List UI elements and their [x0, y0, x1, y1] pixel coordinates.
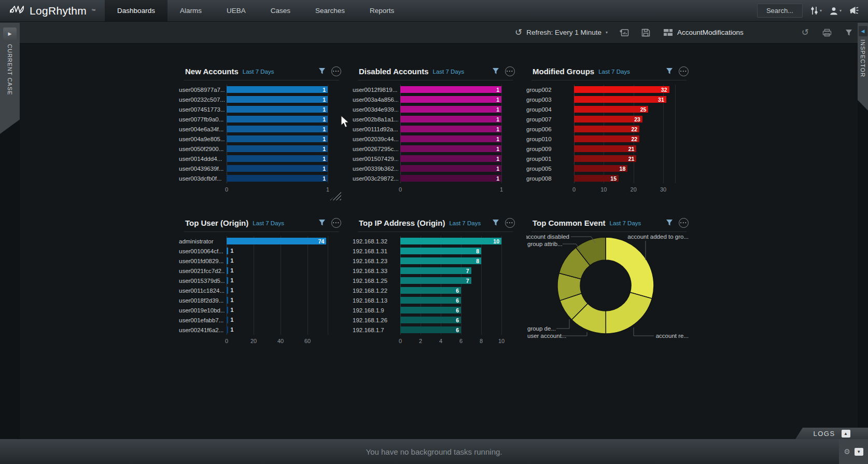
user-menu[interactable]: ▾ [830, 7, 842, 15]
bar[interactable]: 10 [400, 238, 501, 244]
widget-filter-icon[interactable] [666, 219, 673, 226]
search-button[interactable]: Search... [757, 4, 803, 18]
bar[interactable]: 8 [400, 248, 481, 254]
widget-menu-icon[interactable]: ··· [505, 218, 515, 228]
undo-icon[interactable]: ↺ [802, 28, 809, 37]
bar[interactable]: 6 [400, 287, 461, 294]
bar[interactable]: 21 [574, 155, 636, 162]
bar[interactable] [227, 307, 228, 313]
inspector-tab[interactable]: ◀ INSPECTOR [858, 23, 868, 111]
widget-period-label: Last 7 Days [432, 69, 464, 75]
bar[interactable]: 1 [227, 116, 328, 122]
bar[interactable]: 7 [400, 277, 471, 284]
widget-divider [184, 80, 339, 80]
bar[interactable]: 1 [400, 175, 501, 182]
widget-menu-icon[interactable]: ··· [331, 218, 341, 228]
bar[interactable]: 1 [227, 135, 328, 142]
bar[interactable]: 7 [400, 267, 471, 274]
bar[interactable]: 1 [400, 135, 501, 142]
expand-logs-button[interactable]: ▲ [842, 430, 850, 438]
widget-filter-icon[interactable] [318, 219, 326, 226]
bar-value: 1 [496, 136, 501, 142]
nav-tab-searches[interactable]: Searches [303, 0, 357, 21]
bar[interactable] [227, 326, 228, 333]
bar[interactable]: 1 [227, 86, 328, 93]
bar[interactable]: 22 [574, 126, 639, 132]
bar-label: 192.168.1.7 [353, 327, 398, 333]
bar[interactable]: 23 [574, 116, 642, 122]
bar[interactable]: 1 [400, 106, 501, 113]
bar[interactable]: 74 [227, 238, 326, 244]
donut-slice[interactable] [606, 237, 654, 298]
bar[interactable] [227, 248, 228, 254]
nav-tab-alarms[interactable]: Alarms [167, 0, 214, 21]
add-widget-icon[interactable] [619, 29, 629, 37]
bar[interactable]: 31 [574, 96, 666, 103]
bar[interactable]: 1 [227, 96, 328, 103]
nav-right-controls: Search... ▾ ▾ [757, 4, 868, 18]
gear-icon[interactable]: ⚙ [844, 447, 850, 456]
donut-slice[interactable] [606, 292, 652, 334]
save-icon[interactable] [641, 29, 650, 37]
bar[interactable]: 22 [574, 135, 639, 142]
inspector-label: INSPECTOR [860, 39, 866, 77]
bar[interactable]: 1 [227, 126, 328, 132]
expand-current-case-button[interactable]: ▶ [3, 28, 17, 40]
bar[interactable] [227, 317, 228, 323]
bar-value: 1 [496, 175, 501, 182]
bar[interactable]: 6 [400, 307, 461, 313]
bar[interactable]: 21 [574, 145, 636, 152]
filter-icon[interactable] [845, 29, 852, 36]
widget-menu-icon[interactable]: ··· [679, 66, 689, 76]
bar[interactable]: 1 [400, 155, 501, 162]
bar[interactable] [227, 267, 228, 274]
widget-menu-icon[interactable]: ··· [505, 66, 515, 76]
bar[interactable] [227, 257, 228, 264]
bar[interactable]: 6 [400, 317, 461, 323]
nav-tab-dashboards[interactable]: Dashboards [105, 0, 167, 21]
bar[interactable]: 1 [400, 116, 501, 122]
bar-row: user0014ddd4...1 [179, 154, 342, 163]
bar[interactable]: 32 [574, 86, 669, 93]
bar[interactable]: 1 [227, 145, 328, 152]
bar[interactable]: 1 [227, 106, 328, 113]
bar[interactable]: 18 [574, 165, 627, 172]
widget-filter-icon[interactable] [666, 67, 673, 75]
donut-label: group attrib... [527, 241, 563, 247]
bar[interactable]: 1 [227, 175, 328, 182]
bar[interactable]: 1 [400, 96, 501, 103]
bar[interactable]: 8 [400, 257, 481, 264]
refresh-control[interactable]: ↺ Refresh: Every 1 Minute ▾ [515, 28, 608, 37]
print-icon[interactable] [822, 29, 832, 37]
current-case-tab[interactable]: ▶ CURRENT CASE [0, 23, 20, 134]
bar[interactable]: 25 [574, 106, 648, 113]
nav-tab-ueba[interactable]: UEBA [214, 0, 258, 21]
nav-tab-cases[interactable]: Cases [258, 0, 303, 21]
expand-inspector-button[interactable]: ◀ [859, 26, 867, 36]
widget-filter-icon[interactable] [318, 67, 326, 75]
bar[interactable] [227, 277, 228, 284]
bar[interactable] [227, 287, 228, 294]
widget-menu-icon[interactable]: ··· [679, 218, 689, 228]
bar[interactable]: 1 [400, 126, 501, 132]
widget-filter-icon[interactable] [492, 67, 499, 75]
bar[interactable]: 1 [400, 165, 501, 172]
logs-panel-tab[interactable]: LOGS ▲ [795, 428, 868, 439]
bar[interactable]: 6 [400, 297, 461, 304]
bar[interactable]: 15 [574, 175, 619, 182]
bar[interactable]: 6 [400, 326, 461, 333]
bar[interactable] [227, 297, 228, 304]
collapse-logs-button[interactable]: ▼ [855, 448, 863, 456]
nav-tab-reports[interactable]: Reports [357, 0, 407, 21]
bar[interactable]: 1 [400, 86, 501, 93]
bar-label: user007451773... [179, 106, 225, 113]
bar[interactable]: 1 [400, 145, 501, 152]
widget-menu-icon[interactable]: ··· [331, 66, 341, 76]
widget-filter-icon[interactable] [492, 219, 499, 226]
announcements-icon[interactable] [849, 6, 860, 15]
global-filter-control[interactable]: ▾ [810, 6, 822, 15]
bar[interactable]: 1 [227, 165, 328, 172]
bar-value: 1 [323, 106, 328, 113]
bar[interactable]: 1 [227, 155, 328, 162]
dashboard-selector[interactable]: AccountModifications [664, 29, 744, 36]
